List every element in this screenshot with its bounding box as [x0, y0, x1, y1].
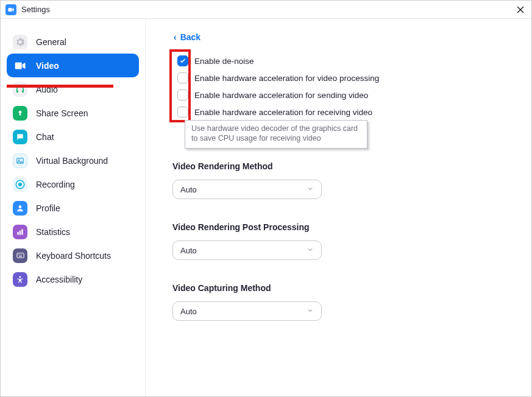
svg-point-3 — [18, 159, 20, 160]
sidebar-item-video[interactable]: Video — [7, 54, 139, 77]
share-screen-icon — [13, 106, 27, 121]
section-title: Video Rendering Method — [172, 161, 514, 171]
sidebar-item-label: Accessibility — [36, 275, 82, 284]
gear-icon — [13, 35, 27, 49]
sidebar-item-label: Share Screen — [36, 108, 88, 118]
statistics-icon — [13, 225, 27, 239]
section-title: Video Capturing Method — [172, 283, 514, 293]
window-title: Settings — [21, 5, 50, 14]
sidebar-item-general[interactable]: General — [7, 30, 139, 54]
svg-rect-0 — [16, 90, 18, 93]
check-label: Enable hardware acceleration for sending… — [194, 91, 368, 100]
svg-point-6 — [19, 205, 22, 208]
titlebar: Settings — [1, 1, 531, 19]
check-row-hw-receiving: Enable hardware acceleration for receivi… — [177, 107, 514, 118]
svg-point-12 — [20, 255, 20, 255]
sidebar-item-virtual-background[interactable]: Virtual Background — [7, 149, 139, 172]
svg-rect-7 — [17, 232, 18, 235]
recording-icon — [13, 177, 27, 192]
chat-icon — [13, 130, 27, 144]
section-capturing-method: Video Capturing Method Auto — [172, 283, 514, 321]
sidebar-item-label: Virtual Background — [36, 156, 108, 166]
section-title: Video Rendering Post Processing — [172, 222, 514, 232]
sidebar-item-audio[interactable]: Audio — [7, 77, 139, 101]
sidebar-item-recording[interactable]: Recording — [7, 172, 139, 196]
checkbox-hw-processing[interactable] — [177, 72, 188, 83]
annotation-underline — [7, 85, 113, 88]
sidebar-item-label: Profile — [36, 203, 60, 213]
svg-point-15 — [20, 276, 21, 278]
svg-rect-9 — [21, 229, 23, 234]
virtual-background-icon — [13, 153, 27, 168]
svg-rect-10 — [16, 253, 23, 258]
chevron-down-icon — [307, 185, 314, 194]
accessibility-icon — [13, 272, 27, 287]
tooltip: Use hardware video decoder of the graphi… — [185, 120, 367, 149]
sidebar-item-label: Video — [36, 61, 59, 71]
check-label: Enable hardware acceleration for receivi… — [194, 108, 372, 117]
sidebar-item-share-screen[interactable]: Share Screen — [7, 101, 139, 125]
sidebar-item-statistics[interactable]: Statistics — [7, 220, 139, 244]
main-panel: ‹ Back Enable de-noise Enable hardware a… — [146, 19, 531, 396]
chevron-down-icon — [307, 246, 314, 255]
svg-rect-14 — [19, 256, 22, 256]
select-value: Auto — [180, 246, 197, 255]
section-rendering-method: Video Rendering Method Auto — [172, 161, 514, 199]
select-post-processing[interactable]: Auto — [172, 241, 322, 260]
checkbox-denoise[interactable] — [177, 55, 188, 66]
check-row-hw-sending: Enable hardware acceleration for sending… — [177, 90, 514, 100]
svg-point-5 — [18, 183, 22, 186]
sidebar-item-chat[interactable]: Chat — [7, 125, 139, 149]
checkbox-hw-sending[interactable] — [177, 90, 188, 100]
select-value: Auto — [180, 185, 197, 194]
sidebar-item-accessibility[interactable]: Accessibility — [7, 267, 139, 291]
video-icon — [13, 58, 27, 73]
sidebar-item-keyboard-shortcuts[interactable]: Keyboard Shortcuts — [7, 244, 139, 267]
checkbox-hw-receiving[interactable] — [177, 107, 188, 118]
profile-icon — [13, 201, 27, 216]
check-label: Enable de-noise — [194, 57, 254, 66]
svg-rect-1 — [22, 90, 24, 93]
sidebar-item-profile[interactable]: Profile — [7, 196, 139, 220]
svg-rect-8 — [20, 230, 21, 234]
sidebar-item-label: Keyboard Shortcuts — [36, 251, 111, 261]
select-rendering-method[interactable]: Auto — [172, 180, 322, 199]
svg-point-11 — [18, 255, 18, 255]
sidebar-item-label: Recording — [36, 180, 75, 189]
keyboard-icon — [13, 248, 27, 263]
sidebar: General Video Audio Share Screen — [1, 19, 146, 396]
select-capturing-method[interactable]: Auto — [172, 301, 322, 321]
sidebar-item-label: Chat — [36, 132, 54, 142]
app-icon — [5, 4, 16, 15]
back-label: Back — [180, 32, 200, 42]
chevron-down-icon — [307, 307, 314, 316]
select-value: Auto — [180, 307, 197, 316]
section-post-processing: Video Rendering Post Processing Auto — [172, 222, 514, 260]
check-row-denoise: Enable de-noise — [177, 55, 514, 66]
sidebar-item-label: Statistics — [36, 227, 70, 237]
svg-point-13 — [21, 255, 21, 255]
checkbox-group: Enable de-noise Enable hardware accelera… — [172, 55, 514, 118]
check-row-hw-processing: Enable hardware acceleration for video p… — [177, 72, 514, 83]
chevron-left-icon: ‹ — [174, 32, 177, 42]
sidebar-item-label: General — [36, 37, 66, 47]
back-link[interactable]: ‹ Back — [174, 32, 200, 42]
close-button[interactable] — [514, 4, 527, 16]
check-label: Enable hardware acceleration for video p… — [194, 74, 379, 83]
